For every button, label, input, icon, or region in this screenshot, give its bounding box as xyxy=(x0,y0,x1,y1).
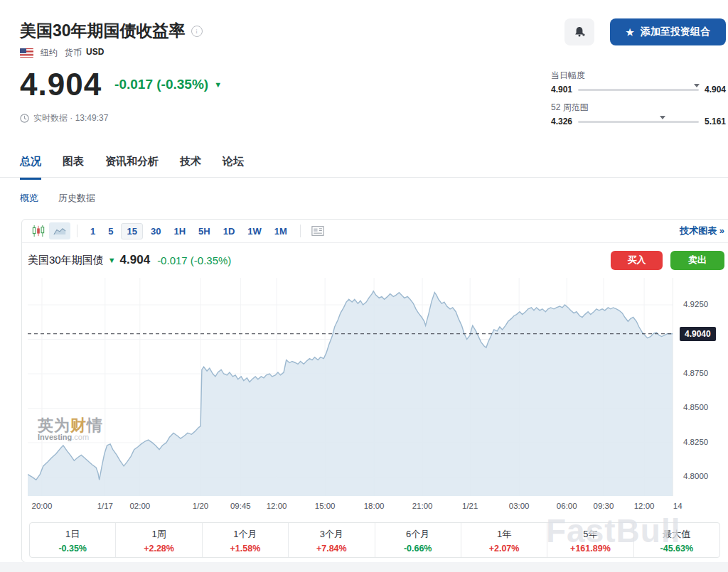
currency-label: 货币 xyxy=(65,47,82,59)
x-axis-tick: 20:00 xyxy=(32,502,53,510)
x-axis-tick: 02:00 xyxy=(129,502,150,510)
x-axis-tick: 14 xyxy=(673,502,682,510)
w52-low: 4.326 xyxy=(551,117,572,126)
subtab-1[interactable]: 历史数据 xyxy=(58,192,95,205)
us-flag-icon xyxy=(20,48,33,58)
timeframe-1M[interactable]: 1M xyxy=(269,224,292,239)
timeframe-5H[interactable]: 5H xyxy=(193,224,215,239)
performance-label: 1日 xyxy=(30,528,115,541)
performance-label: 1个月 xyxy=(203,528,288,541)
x-axis-tick: 1/17 xyxy=(97,502,113,510)
chart-instrument-name: 美国30年期国债 xyxy=(28,254,104,267)
tabs-divider xyxy=(0,177,728,178)
timeframe-1[interactable]: 1 xyxy=(85,224,100,239)
x-axis-tick: 09:45 xyxy=(230,502,251,510)
current-price-tag: 4.9040 xyxy=(680,327,716,341)
performance-period-4[interactable]: 6个月-0.66% xyxy=(375,523,461,557)
chart-change: -0.017 (-0.35%) xyxy=(157,254,231,266)
daily-low: 4.901 xyxy=(551,85,572,95)
performance-value: -0.66% xyxy=(375,544,461,554)
y-axis: 4.92504.90004.87504.85004.82504.8000 xyxy=(683,278,728,496)
performance-value: -45.63% xyxy=(634,544,719,554)
price-chart[interactable] xyxy=(28,278,673,496)
performance-period-7[interactable]: 最大值-45.63% xyxy=(633,523,719,557)
performance-label: 最大值 xyxy=(634,528,719,541)
performance-value: +1.58% xyxy=(203,544,288,554)
sell-button[interactable]: 卖出 xyxy=(670,251,724,270)
create-alert-button[interactable] xyxy=(564,18,594,45)
technical-chart-link[interactable]: 技术图表 » xyxy=(680,225,724,237)
tab-1[interactable]: 图表 xyxy=(63,155,84,180)
timeframe-15[interactable]: 15 xyxy=(121,223,142,239)
page-title: 美国30年期国债收益率 xyxy=(20,20,186,42)
news-panel-icon[interactable] xyxy=(307,222,328,239)
chart-price: 4.904 xyxy=(120,253,151,267)
x-axis-tick: 15:00 xyxy=(315,502,336,510)
timeframe-5[interactable]: 5 xyxy=(103,224,118,239)
performance-value: +161.89% xyxy=(547,544,633,554)
performance-value: +7.84% xyxy=(289,544,374,554)
y-axis-tick: 4.8250 xyxy=(683,438,708,446)
performance-period-2[interactable]: 1个月+1.58% xyxy=(202,523,288,557)
timeframe-1W[interactable]: 1W xyxy=(242,224,267,239)
w52-high: 5.161 xyxy=(705,117,726,126)
main-tabs: 总况图表资讯和分析技术论坛 xyxy=(20,155,244,180)
tab-2[interactable]: 资讯和分析 xyxy=(105,155,159,180)
x-axis-tick: 1/21 xyxy=(462,502,478,510)
chart-card: 1515301H5H1D1W1M 技术图表 » 美国30年期国债 ▼ 4.904… xyxy=(21,219,728,563)
w52-range-bar xyxy=(578,121,699,123)
tab-3[interactable]: 技术 xyxy=(180,155,201,180)
toolbar-separator xyxy=(77,225,77,237)
price-change: -0.017 (-0.35%) ▼ xyxy=(114,77,222,92)
area-chart-icon[interactable] xyxy=(49,222,70,239)
x-axis-tick: 18:00 xyxy=(364,502,385,510)
tab-0[interactable]: 总况 xyxy=(20,155,41,180)
performance-period-1[interactable]: 1周+2.28% xyxy=(115,523,201,557)
tab-4[interactable]: 论坛 xyxy=(223,155,244,180)
y-axis-tick: 4.8000 xyxy=(683,472,708,480)
y-axis-tick: 4.8750 xyxy=(683,369,708,377)
daily-range-marker-icon xyxy=(694,84,700,87)
timeframe-1H[interactable]: 1H xyxy=(168,224,191,239)
candlestick-chart-icon[interactable] xyxy=(28,222,49,239)
performance-table: 1日-0.35%1周+2.28%1个月+1.58%3个月+7.84%6个月-0.… xyxy=(29,522,720,558)
last-price: 4.904 xyxy=(20,67,102,102)
change-down-triangle-icon: ▼ xyxy=(214,80,222,89)
timeframe-30[interactable]: 30 xyxy=(146,224,166,239)
performance-label: 5年 xyxy=(547,528,633,541)
subtab-0[interactable]: 概览 xyxy=(20,192,38,205)
x-axis-tick: 03:00 xyxy=(509,502,530,510)
w52-range-label: 52 周范围 xyxy=(551,102,726,114)
x-axis-tick: 12:00 xyxy=(634,502,655,510)
w52-range-marker-icon xyxy=(660,116,665,119)
chart-down-arrow-icon: ▼ xyxy=(108,256,116,264)
add-to-portfolio-button[interactable]: ★ 添加至投资组合 xyxy=(610,18,726,45)
x-axis-tick: 06:00 xyxy=(557,502,577,510)
performance-period-3[interactable]: 3个月+7.84% xyxy=(288,523,374,557)
timeframe-1D[interactable]: 1D xyxy=(218,224,240,239)
performance-label: 1年 xyxy=(461,528,547,541)
performance-period-5[interactable]: 1年+2.07% xyxy=(461,523,547,557)
performance-label: 3个月 xyxy=(289,528,374,541)
realtime-status: 实时数据 · 13:49:37 xyxy=(33,112,108,124)
performance-label: 6个月 xyxy=(375,528,461,541)
buy-button[interactable]: 买入 xyxy=(611,251,663,270)
y-axis-tick: 4.9250 xyxy=(683,300,708,308)
chart-header: 美国30年期国债 ▼ 4.904 -0.017 (-0.35%) 买入 卖出 xyxy=(28,248,724,272)
y-axis-tick: 4.8500 xyxy=(683,403,708,411)
sub-tabs: 概览历史数据 xyxy=(20,192,95,205)
performance-value: -0.35% xyxy=(30,544,115,554)
performance-value: +2.28% xyxy=(116,544,201,554)
clock-icon xyxy=(20,114,29,123)
performance-value: +2.07% xyxy=(461,544,547,554)
performance-period-0[interactable]: 1日-0.35% xyxy=(30,523,115,557)
star-icon: ★ xyxy=(626,27,634,38)
currency-value: USD xyxy=(86,47,104,59)
info-icon[interactable]: i xyxy=(191,26,203,37)
x-axis-tick: 12:00 xyxy=(267,502,287,510)
x-axis-tick: 1/20 xyxy=(193,502,208,510)
x-axis: 20:001/1702:001/2009:4512:0015:0018:0021… xyxy=(28,502,710,513)
toolbar-separator xyxy=(300,225,301,237)
performance-period-6[interactable]: 5年+161.89% xyxy=(547,523,633,557)
x-axis-tick: 21:00 xyxy=(412,502,433,510)
